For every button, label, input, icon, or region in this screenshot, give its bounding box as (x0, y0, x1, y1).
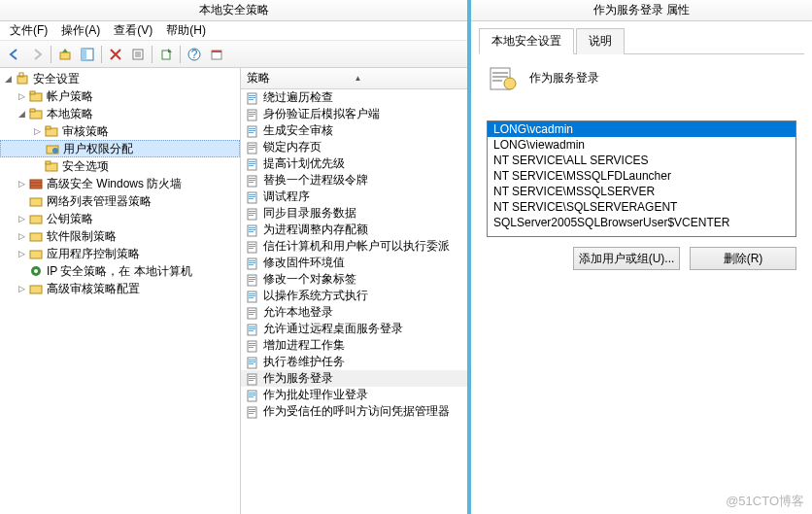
svg-rect-60 (249, 196, 255, 197)
export-button[interactable] (155, 44, 177, 65)
policy-row[interactable]: 同步目录服务数据 (241, 205, 467, 222)
svg-rect-73 (249, 248, 254, 249)
tree-node-public-key[interactable]: ▷ 公钥策略 (0, 210, 240, 227)
forward-button[interactable] (26, 44, 48, 65)
policy-row[interactable]: 调试程序 (241, 188, 467, 205)
policy-row[interactable]: 为进程调整内存配额 (241, 222, 467, 238)
svg-rect-89 (249, 314, 254, 315)
user-row[interactable]: NT SERVICE\MSSQLSERVER (488, 184, 795, 199)
policy-label: 作为批处理作业登录 (263, 387, 368, 403)
user-list[interactable]: LONG\vcadminLONG\viewadminNT SERVICE\ALL… (487, 120, 796, 237)
tree-label: 本地策略 (47, 106, 93, 122)
tree-node-audit-policy[interactable]: ▷ 审核策略 (0, 122, 240, 140)
spacer (16, 195, 27, 207)
policy-row[interactable]: 执行卷维护任务 (241, 354, 467, 370)
menu-help[interactable]: 帮助(H) (160, 20, 212, 41)
policy-row[interactable]: 生成安全审核 (241, 122, 467, 139)
collapse-icon[interactable]: ◢ (16, 108, 27, 120)
policy-label: 以操作系统方式执行 (263, 288, 368, 304)
tree-node-account-policies[interactable]: ▷ 帐户策略 (0, 87, 240, 105)
tree-node-local-policies[interactable]: ◢ 本地策略 (0, 105, 240, 122)
policy-row[interactable]: 绕过遍历检查 (241, 89, 467, 106)
user-rights-icon (45, 141, 60, 156)
svg-rect-59 (249, 194, 255, 195)
up-button[interactable] (54, 44, 76, 65)
expand-icon[interactable]: ▷ (31, 125, 43, 137)
tree-root[interactable]: ◢ 安全设置 (0, 70, 240, 87)
tree-node-firewall[interactable]: ▷ 高级安全 Windows 防火墙 (0, 175, 240, 192)
svg-rect-56 (249, 180, 255, 181)
tree-label: 安全选项 (62, 158, 109, 175)
collapse-icon[interactable]: ◢ (2, 73, 14, 85)
policy-row[interactable]: 修改一个对象标签 (241, 271, 467, 288)
list-header[interactable]: 策略 ▲ (241, 68, 467, 89)
properties-button[interactable] (127, 44, 149, 65)
tab-description[interactable]: 说明 (576, 28, 625, 54)
svg-rect-23 (46, 161, 51, 164)
tree-node-software-restriction[interactable]: ▷ 软件限制策略 (0, 227, 240, 245)
refresh-button[interactable] (206, 44, 227, 65)
svg-rect-36 (249, 97, 255, 98)
add-user-button[interactable]: 添加用户或组(U)... (573, 247, 680, 270)
user-row[interactable]: LONG\vcadmin (488, 121, 795, 137)
delete-button[interactable]: 删除(R) (690, 247, 796, 270)
expand-icon[interactable]: ▷ (16, 248, 27, 259)
tree-node-user-rights[interactable]: 用户权限分配 (0, 140, 240, 157)
policy-row[interactable]: 允许通过远程桌面服务登录 (241, 321, 467, 337)
svg-rect-115 (492, 72, 508, 74)
svg-rect-78 (248, 275, 256, 286)
policy-list[interactable]: 策略 ▲ 绕过遍历检查身份验证后模拟客户端生成安全审核锁定内存页提高计划优先级替… (241, 68, 467, 514)
policy-row[interactable]: 替换一个进程级令牌 (241, 172, 467, 188)
expand-icon[interactable]: ▷ (16, 213, 27, 224)
tree-node-advanced-audit[interactable]: ▷ 高级审核策略配置 (0, 280, 240, 297)
policy-row[interactable]: 提高计划优先级 (241, 155, 467, 172)
help-button[interactable]: ? (184, 44, 205, 65)
navigation-tree[interactable]: ◢ 安全设置 ▷ 帐户策略 ◢ 本地策略 ▷ 审核策略 (0, 68, 241, 514)
tree-node-ip-security[interactable]: IP 安全策略，在 本地计算机 (0, 262, 240, 280)
policy-row[interactable]: 允许本地登录 (241, 304, 467, 321)
svg-rect-74 (248, 258, 256, 269)
svg-rect-11 (212, 51, 221, 52)
tree-node-security-options[interactable]: 安全选项 (0, 157, 240, 175)
expand-icon[interactable]: ▷ (16, 230, 27, 242)
svg-rect-68 (249, 229, 255, 230)
policy-row[interactable]: 作为受信任的呼叫方访问凭据管理器 (241, 403, 467, 420)
policy-row[interactable]: 作为批处理作业登录 (241, 387, 467, 403)
policy-row[interactable]: 作为服务登录 (241, 370, 467, 387)
policy-row[interactable]: 锁定内存页 (241, 139, 467, 155)
expand-icon[interactable]: ▷ (16, 283, 27, 294)
policy-label: 为进程调整内存配额 (263, 222, 368, 238)
svg-rect-30 (30, 251, 42, 258)
back-button[interactable] (4, 44, 25, 65)
tree-node-network-list[interactable]: 网络列表管理器策略 (0, 192, 240, 210)
user-row[interactable]: NT SERVICE\SQLSERVERAGENT (488, 199, 795, 215)
user-row[interactable]: LONG\viewadmin (488, 137, 795, 153)
user-row[interactable]: SQLServer2005SQLBrowserUser$VCENTER (488, 215, 795, 230)
folder-icon (28, 281, 44, 296)
expand-icon[interactable]: ▷ (16, 90, 27, 102)
menu-view[interactable]: 查看(V) (108, 20, 158, 41)
policy-row[interactable]: 增加进程工作集 (241, 337, 467, 354)
show-hide-tree-button[interactable] (77, 44, 98, 65)
svg-rect-15 (30, 91, 35, 94)
expand-icon[interactable]: ▷ (16, 178, 27, 189)
tab-local-security[interactable]: 本地安全设置 (479, 28, 574, 54)
policy-row[interactable]: 以操作系统方式执行 (241, 288, 467, 304)
svg-rect-98 (248, 358, 256, 368)
menu-action[interactable]: 操作(A) (55, 20, 106, 41)
tree-node-app-control[interactable]: ▷ 应用程序控制策略 (0, 245, 240, 262)
policy-row[interactable]: 修改固件环境值 (241, 255, 467, 271)
policy-row[interactable]: 身份验证后模拟客户端 (241, 106, 467, 122)
column-policy[interactable]: 策略 (247, 70, 355, 86)
tree-label: 审核策略 (62, 123, 109, 140)
svg-rect-84 (249, 295, 255, 296)
user-row[interactable]: NT SERVICE\MSSQLFDLauncher (488, 168, 795, 184)
sort-indicator-icon: ▲ (355, 74, 462, 83)
menu-file[interactable]: 文件(F) (4, 20, 53, 41)
policy-label: 执行卷维护任务 (263, 354, 345, 370)
delete-button[interactable] (105, 44, 126, 65)
policy-row[interactable]: 信任计算机和用户帐户可以执行委派 (241, 238, 467, 255)
svg-rect-46 (248, 143, 256, 154)
user-row[interactable]: NT SERVICE\ALL SERVICES (488, 153, 795, 168)
svg-rect-105 (249, 380, 254, 381)
